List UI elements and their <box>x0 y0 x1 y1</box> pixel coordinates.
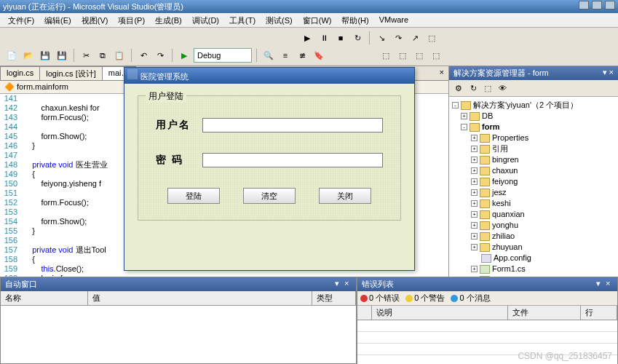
autos-grid[interactable] <box>1 306 356 363</box>
undo-icon[interactable]: ↶ <box>136 48 151 63</box>
login-button[interactable]: 登陆 <box>167 188 220 204</box>
tree-item-yonghu[interactable]: +yonghu <box>451 220 617 231</box>
solution-root[interactable]: -解决方案'yiyuan'（2 个项目） <box>451 100 617 111</box>
tab-close-icon[interactable]: × <box>435 66 448 80</box>
menu-tools[interactable]: 工具(T) <box>226 15 259 25</box>
tree-item-zhuyuan[interactable]: +zhuyuan <box>451 242 617 253</box>
menu-test[interactable]: 测试(S) <box>262 15 296 25</box>
expand-icon[interactable]: + <box>471 266 478 272</box>
warnings-filter[interactable]: 0 个警告 <box>405 293 445 304</box>
clear-button[interactable]: 清空 <box>243 188 296 204</box>
errors-filter[interactable]: 0 个错误 <box>360 293 400 304</box>
menu-file[interactable]: 文件(F) <box>4 15 38 25</box>
maximize-button[interactable] <box>592 1 602 9</box>
tree-item-Properties[interactable]: +Properties <box>451 132 617 143</box>
messages-filter[interactable]: 0 个消息 <box>451 293 490 304</box>
menu-vmware[interactable]: VMware <box>376 15 412 25</box>
expand-icon[interactable]: + <box>471 146 478 152</box>
dialog-titlebar[interactable]: 医院管理系统 <box>124 68 414 84</box>
tree-item-keshi[interactable]: +keshi <box>451 198 617 209</box>
menu-project[interactable]: 项目(P) <box>114 15 148 25</box>
save-icon[interactable]: 💾 <box>38 48 52 63</box>
close-button[interactable] <box>605 1 615 9</box>
expand-icon[interactable]: + <box>471 222 478 229</box>
uncomment-icon[interactable]: ≢ <box>295 48 309 63</box>
tree-item-chaxun[interactable]: +chaxun <box>451 165 617 176</box>
sol-icon-4[interactable]: ⬚ <box>429 48 443 63</box>
expand-icon[interactable]: + <box>471 244 478 250</box>
tree-item-quanxian[interactable]: +quanxian <box>451 209 617 220</box>
expand-icon[interactable]: + <box>471 157 478 163</box>
tree-item-feiyong[interactable]: +feiyong <box>451 176 617 187</box>
expand-icon[interactable]: - <box>461 124 467 130</box>
col-file[interactable]: 文件 <box>508 306 581 320</box>
tree-item-bingren[interactable]: +bingren <box>451 154 617 165</box>
err-pin-icon[interactable]: ▾ <box>596 279 603 286</box>
debug-continue-icon[interactable]: ▶ <box>300 31 314 45</box>
expand-icon[interactable]: + <box>471 178 478 185</box>
autos-close-icon[interactable]: × <box>344 279 352 286</box>
hex-icon[interactable]: ⬚ <box>424 31 439 45</box>
expand-icon[interactable]: + <box>471 211 478 218</box>
bookmark-icon[interactable]: 🔖 <box>312 48 326 63</box>
col-desc[interactable]: 说明 <box>372 306 508 320</box>
menu-build[interactable]: 生成(B) <box>151 15 186 25</box>
menu-edit[interactable]: 编辑(E) <box>41 15 75 25</box>
menu-help[interactable]: 帮助(H) <box>338 15 372 25</box>
pin-icon[interactable]: ▾ <box>603 68 607 76</box>
config-combo[interactable]: Debug <box>194 48 252 63</box>
col-name[interactable]: 名称 <box>1 291 88 305</box>
close-button[interactable]: 关闭 <box>319 188 371 204</box>
comment-icon[interactable]: ≡ <box>278 48 293 63</box>
paste-icon[interactable]: 📋 <box>112 48 127 63</box>
menu-view[interactable]: 视图(V) <box>78 15 112 25</box>
close-pane-icon[interactable]: × <box>609 68 614 76</box>
tree-item-引用[interactable]: +引用 <box>451 143 617 154</box>
new-project-icon[interactable]: 📄 <box>4 48 19 63</box>
sol-icon-3[interactable]: ⬚ <box>412 48 427 63</box>
tree-item-form[interactable]: -form <box>451 122 617 132</box>
tree-item-DB[interactable]: +DB <box>451 111 617 122</box>
expand-icon[interactable]: + <box>471 135 478 141</box>
open-icon[interactable]: 📂 <box>21 48 36 63</box>
menu-window[interactable]: 窗口(W) <box>299 15 336 25</box>
tree-item-jesz[interactable]: +jesz <box>451 187 617 198</box>
tree-item-App.config[interactable]: App.config <box>451 253 617 264</box>
step-into-icon[interactable]: ↘ <box>374 31 389 45</box>
find-icon[interactable]: 🔍 <box>261 48 276 63</box>
expand-icon[interactable]: + <box>471 189 478 196</box>
minimize-button[interactable] <box>579 1 589 9</box>
tab-login-design[interactable]: login.cs [设计] <box>39 66 102 80</box>
autos-pin-icon[interactable]: ▾ <box>335 279 342 286</box>
password-input[interactable] <box>202 153 383 167</box>
sol-icon-1[interactable]: ⬚ <box>379 48 393 63</box>
debug-restart-icon[interactable]: ↻ <box>350 31 365 45</box>
copy-icon[interactable]: ⧉ <box>95 48 110 63</box>
redo-icon[interactable]: ↷ <box>153 48 167 63</box>
username-input[interactable] <box>202 118 383 132</box>
expand-icon[interactable]: + <box>461 113 467 119</box>
menu-debug[interactable]: 调试(D) <box>189 15 223 25</box>
debug-pause-icon[interactable]: ⏸ <box>317 31 331 45</box>
start-icon[interactable]: ▶ <box>177 48 191 63</box>
expand-icon[interactable]: + <box>471 200 478 207</box>
sol-showall-icon[interactable]: ⬚ <box>481 82 494 95</box>
col-line[interactable]: 行 <box>581 306 617 320</box>
sol-refresh-icon[interactable]: ↻ <box>467 82 480 95</box>
cut-icon[interactable]: ✂ <box>79 48 93 63</box>
step-over-icon[interactable]: ↷ <box>391 31 405 45</box>
sol-properties-icon[interactable]: ⚙ <box>452 82 465 95</box>
step-out-icon[interactable]: ↗ <box>408 31 422 45</box>
sol-icon-2[interactable]: ⬚ <box>395 48 410 63</box>
expand-icon[interactable]: + <box>471 233 478 240</box>
save-all-icon[interactable]: 💾 <box>55 48 69 63</box>
sol-view-icon[interactable]: 👁 <box>496 82 509 95</box>
err-close-icon[interactable]: × <box>606 279 613 286</box>
debug-stop-icon[interactable]: ■ <box>333 31 348 45</box>
expand-icon[interactable]: + <box>471 167 478 174</box>
tree-item-zhiliao[interactable]: +zhiliao <box>451 231 617 242</box>
col-type[interactable]: 类型 <box>312 291 356 305</box>
col-value[interactable]: 值 <box>88 291 312 305</box>
tree-item-Form1.cs[interactable]: +Form1.cs <box>451 264 617 274</box>
tab-login-cs[interactable]: login.cs <box>0 66 40 80</box>
